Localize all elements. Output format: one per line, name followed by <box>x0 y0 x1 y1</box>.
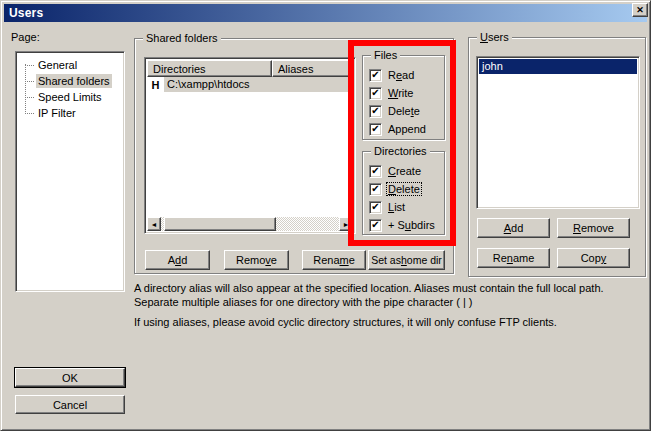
list-checkbox[interactable]: ✔ <box>369 201 382 214</box>
home-dir-marker: H <box>147 79 164 91</box>
checkmark-icon: ✔ <box>371 70 379 80</box>
directories-listview: Directories Aliases H C:\xampp\htdocs ◄ … <box>144 57 356 234</box>
scroll-left-icon: ◄ <box>151 221 158 228</box>
checkbox-dirs-list[interactable]: ✔ List <box>369 198 442 216</box>
scroll-left-button[interactable]: ◄ <box>147 217 161 231</box>
column-header-directories[interactable]: Directories <box>147 60 272 77</box>
checkmark-icon: ✔ <box>371 184 379 194</box>
cyclic-note: If using aliases, please avoid cyclic di… <box>134 315 642 329</box>
directories-group-label: Directories <box>371 145 430 157</box>
page-item-shared-folders[interactable]: Shared folders <box>16 73 124 89</box>
checkbox-dirs-delete[interactable]: ✔ Delete <box>369 180 442 198</box>
window-title: Users <box>9 6 43 20</box>
close-button[interactable]: ✕ <box>632 3 648 17</box>
subdirs-checkbox[interactable]: ✔ <box>369 219 382 232</box>
copy-user-button[interactable]: Copy <box>557 248 630 268</box>
page-item-general[interactable]: General <box>16 57 124 73</box>
title-bar[interactable]: Users <box>4 4 647 22</box>
close-icon: ✕ <box>636 6 644 15</box>
remove-folder-button[interactable]: Remove <box>224 250 289 270</box>
shared-folders-group: Shared folders Directories Aliases H C:\… <box>134 38 454 274</box>
cancel-button[interactable]: Cancel <box>15 395 125 414</box>
read-checkbox[interactable]: ✔ <box>369 69 382 82</box>
notes: A directory alias will also appear at th… <box>134 281 642 329</box>
page-label: Page: <box>11 31 40 43</box>
users-dialog: Users ✕ Page: General Shared folders Spe… <box>0 0 651 431</box>
rename-folder-button[interactable]: Rename <box>302 250 366 270</box>
checkmark-icon: ✔ <box>371 106 379 116</box>
checkbox-files-write[interactable]: ✔ Write <box>369 84 442 102</box>
user-list-item[interactable]: john <box>479 59 637 74</box>
page-tree: General Shared folders Speed Limits IP F… <box>16 52 124 291</box>
delete-dirs-checkbox[interactable]: ✔ <box>369 183 382 196</box>
checkmark-icon: ✔ <box>371 124 379 134</box>
column-header-aliases[interactable]: Aliases <box>272 60 353 77</box>
scroll-right-icon: ► <box>343 221 350 228</box>
ok-button[interactable]: OK <box>15 368 125 387</box>
write-checkbox[interactable]: ✔ <box>369 87 382 100</box>
checkbox-dirs-subdirs[interactable]: ✔ + Subdirs <box>369 216 442 234</box>
page-list: General Shared folders Speed Limits IP F… <box>15 51 125 292</box>
checkbox-files-delete[interactable]: ✔ Delete <box>369 102 442 120</box>
shared-folders-group-label: Shared folders <box>143 32 221 44</box>
files-permissions-group: Files ✔ Read ✔ Write ✔ Delete ✔ Append <box>362 55 445 140</box>
users-group: Users john Add Remove Rename Copy <box>468 37 646 277</box>
checkbox-dirs-create[interactable]: ✔ Create <box>369 162 442 180</box>
page-item-ip-filter[interactable]: IP Filter <box>16 105 124 121</box>
directory-path: C:\xampp\htdocs <box>164 77 353 92</box>
page-item-speed-limits[interactable]: Speed Limits <box>16 89 124 105</box>
add-folder-button[interactable]: Add <box>145 250 210 270</box>
delete-checkbox[interactable]: ✔ <box>369 105 382 118</box>
horizontal-scrollbar[interactable]: ◄ ► <box>147 217 353 231</box>
scrollbar-thumb[interactable] <box>164 217 276 231</box>
checkbox-files-read[interactable]: ✔ Read <box>369 66 442 84</box>
scrollbar-track[interactable] <box>276 217 339 231</box>
alias-note: A directory alias will also appear at th… <box>134 281 642 309</box>
scroll-right-button[interactable]: ► <box>339 217 353 231</box>
add-user-button[interactable]: Add <box>477 218 550 238</box>
remove-user-button[interactable]: Remove <box>557 218 630 238</box>
listview-header: Directories Aliases <box>147 60 353 77</box>
create-checkbox[interactable]: ✔ <box>369 165 382 178</box>
checkmark-icon: ✔ <box>371 202 379 212</box>
directory-row[interactable]: H C:\xampp\htdocs <box>147 77 353 92</box>
checkmark-icon: ✔ <box>371 166 379 176</box>
rename-user-button[interactable]: Rename <box>477 248 550 268</box>
directories-permissions-group: Directories ✔ Create ✔ Delete ✔ List ✔ +… <box>362 151 445 235</box>
set-as-home-dir-button[interactable]: Set as home dir <box>368 250 445 270</box>
append-checkbox[interactable]: ✔ <box>369 123 382 136</box>
users-group-label: Users <box>477 31 512 43</box>
users-list: john <box>476 56 640 209</box>
checkbox-files-append[interactable]: ✔ Append <box>369 120 442 138</box>
checkmark-icon: ✔ <box>371 220 379 230</box>
files-group-label: Files <box>371 49 400 61</box>
checkmark-icon: ✔ <box>371 88 379 98</box>
